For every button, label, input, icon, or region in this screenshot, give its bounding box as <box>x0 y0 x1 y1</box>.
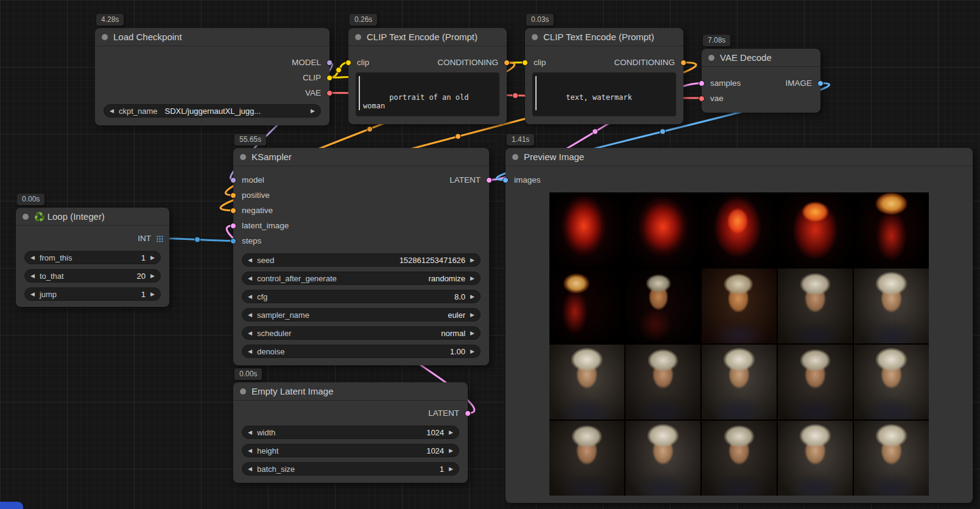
images-input-dot[interactable] <box>502 177 509 183</box>
clip-input-dot[interactable] <box>345 60 351 66</box>
graph-canvas[interactable]: 4.28s Load Checkpoint MODEL CLIP VAE ckp… <box>0 0 980 509</box>
prompt-textarea[interactable]: portrait of an old woman <box>356 72 499 116</box>
image-output-dot[interactable] <box>817 80 823 86</box>
preview-thumbnail[interactable] <box>854 345 929 419</box>
node-header[interactable]: Preview Image <box>506 148 973 166</box>
preview-thumbnail[interactable] <box>549 269 624 343</box>
slot-row[interactable]: samples IMAGE <box>702 75 820 91</box>
latent-output-dot[interactable] <box>486 177 492 183</box>
increment-icon[interactable] <box>470 258 474 263</box>
output-slot-latent[interactable]: LATENT <box>392 172 489 188</box>
conditioning-output-dot[interactable] <box>504 60 510 66</box>
widget-from-this[interactable]: from_this 1 <box>24 251 161 264</box>
node-loop-integer[interactable]: 0.00s ♻️ Loop (Integer) INT from_this 1 … <box>16 208 169 307</box>
node-header[interactable]: CLIP Text Encode (Prompt) <box>348 28 507 46</box>
increment-icon[interactable] <box>449 448 453 454</box>
slot-row[interactable]: clip CONDITIONING <box>525 55 683 70</box>
input-slot-vae[interactable]: vae <box>702 91 820 106</box>
collapse-dot-icon[interactable] <box>23 214 29 220</box>
node-clip-text-encode-positive[interactable]: 0.26s CLIP Text Encode (Prompt) clip CON… <box>348 28 507 124</box>
vae-input-dot[interactable] <box>699 96 705 102</box>
decrement-icon[interactable] <box>248 258 252 263</box>
latent-image-input-dot[interactable] <box>230 223 236 229</box>
node-header[interactable]: VAE Decode <box>702 49 820 67</box>
increment-icon[interactable] <box>470 312 474 318</box>
output-slot-int[interactable]: INT <box>16 231 169 246</box>
preview-thumbnail[interactable] <box>702 269 777 343</box>
menu-bar-fragment[interactable] <box>0 502 23 509</box>
preview-thumbnail[interactable] <box>778 345 853 419</box>
widget-scheduler[interactable]: scheduler normal <box>242 326 481 340</box>
preview-thumbnail[interactable] <box>549 421 624 496</box>
increment-icon[interactable] <box>311 108 315 114</box>
collapse-dot-icon[interactable] <box>355 34 361 40</box>
latent-output-dot[interactable] <box>465 410 471 416</box>
increment-icon[interactable] <box>150 273 155 279</box>
widget-control-after-generate[interactable]: control_after_generate randomize <box>242 272 481 285</box>
steps-input-dot[interactable] <box>230 238 236 244</box>
preview-thumbnail[interactable] <box>702 192 777 267</box>
decrement-icon[interactable] <box>30 255 35 261</box>
positive-input-dot[interactable] <box>230 192 236 198</box>
node-header[interactable]: ♻️ Loop (Integer) <box>16 208 169 226</box>
preview-thumbnail[interactable] <box>549 192 624 267</box>
increment-icon[interactable] <box>470 331 474 336</box>
increment-icon[interactable] <box>470 349 474 354</box>
preview-thumbnail[interactable] <box>854 192 929 267</box>
negative-input-dot[interactable] <box>230 208 236 214</box>
node-header[interactable]: Load Checkpoint <box>95 28 330 46</box>
output-slot-latent[interactable]: LATENT <box>233 405 468 421</box>
collapse-dot-icon[interactable] <box>240 388 246 395</box>
input-slot-negative[interactable]: negative <box>233 203 489 218</box>
input-slot-steps[interactable]: steps <box>233 233 489 248</box>
widget-denoise[interactable]: denoise 1.00 <box>242 345 481 358</box>
node-header[interactable]: Empty Latent Image <box>233 382 468 401</box>
node-ksampler[interactable]: 55.65s KSampler model positive negative … <box>233 148 489 365</box>
increment-icon[interactable] <box>470 294 474 300</box>
output-slot-model[interactable]: MODEL <box>95 55 330 70</box>
preview-thumbnail[interactable] <box>549 345 624 419</box>
model-input-dot[interactable] <box>230 177 236 183</box>
decrement-icon[interactable] <box>248 430 252 435</box>
clip-input-dot[interactable] <box>522 60 528 66</box>
node-load-checkpoint[interactable]: 4.28s Load Checkpoint MODEL CLIP VAE ckp… <box>95 28 330 125</box>
node-empty-latent-image[interactable]: 0.00s Empty Latent Image LATENT width 10… <box>233 382 468 483</box>
decrement-icon[interactable] <box>248 466 252 472</box>
widget-height[interactable]: height 1024 <box>242 444 459 457</box>
preview-thumbnail[interactable] <box>778 421 853 496</box>
decrement-icon[interactable] <box>248 448 252 454</box>
widget-ckpt-name[interactable]: ckpt_name SDXL/juggernautXL_jugg... <box>104 104 321 118</box>
increment-icon[interactable] <box>470 276 474 281</box>
prompt-textarea[interactable]: text, watermark <box>532 72 676 116</box>
input-slot-images[interactable]: images <box>506 172 973 188</box>
increment-icon[interactable] <box>449 430 453 435</box>
collapse-dot-icon[interactable] <box>532 34 538 40</box>
decrement-icon[interactable] <box>248 294 252 300</box>
input-slot-positive[interactable]: positive <box>233 188 489 203</box>
preview-thumbnail[interactable] <box>702 421 777 496</box>
vae-slot-dot[interactable] <box>326 90 333 96</box>
collapse-dot-icon[interactable] <box>708 55 714 61</box>
model-slot-dot[interactable] <box>326 60 333 66</box>
decrement-icon[interactable] <box>30 273 35 279</box>
preview-thumbnail[interactable] <box>778 192 853 267</box>
widget-batch-size[interactable]: batch_size 1 <box>242 462 459 476</box>
increment-icon[interactable] <box>150 292 155 297</box>
collapse-dot-icon[interactable] <box>240 154 246 160</box>
node-header[interactable]: CLIP Text Encode (Prompt) <box>525 28 683 46</box>
increment-icon[interactable] <box>449 466 453 472</box>
widget-sampler-name[interactable]: sampler_name euler <box>242 308 481 321</box>
preview-thumbnail[interactable] <box>854 269 929 343</box>
node-preview-image[interactable]: 1.41s Preview Image images <box>506 148 973 503</box>
preview-thumbnail[interactable] <box>702 345 777 419</box>
conditioning-output-dot[interactable] <box>680 60 686 66</box>
widget-to-that[interactable]: to_that 20 <box>24 269 161 283</box>
decrement-icon[interactable] <box>110 108 114 114</box>
preview-thumbnail[interactable] <box>626 421 700 496</box>
output-slot-vae[interactable]: VAE <box>95 85 330 100</box>
collapse-dot-icon[interactable] <box>102 34 108 40</box>
node-header[interactable]: KSampler <box>233 148 489 166</box>
int-grid-output-icon[interactable] <box>156 235 163 242</box>
slot-row[interactable]: clip CONDITIONING <box>348 55 507 70</box>
preview-thumbnail[interactable] <box>626 345 700 419</box>
